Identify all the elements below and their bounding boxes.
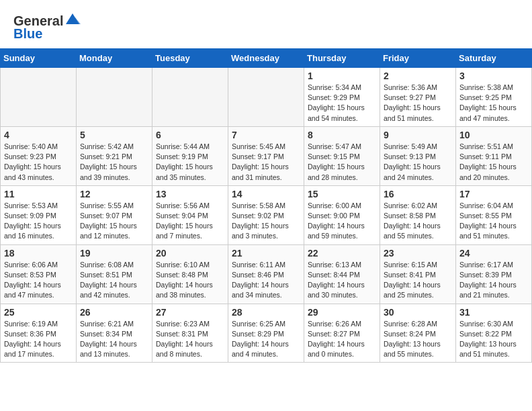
calendar-day-cell: 22Sunrise: 6:13 AM Sunset: 8:44 PM Dayli… bbox=[304, 244, 380, 304]
day-info: Sunrise: 5:51 AM Sunset: 9:11 PM Dayligh… bbox=[459, 142, 528, 183]
calendar-day-cell: 2Sunrise: 5:36 AM Sunset: 9:27 PM Daylig… bbox=[380, 68, 456, 127]
day-info: Sunrise: 5:40 AM Sunset: 9:23 PM Dayligh… bbox=[4, 142, 73, 183]
calendar-day-cell: 23Sunrise: 6:15 AM Sunset: 8:41 PM Dayli… bbox=[380, 244, 456, 304]
day-info: Sunrise: 5:58 AM Sunset: 9:02 PM Dayligh… bbox=[232, 201, 300, 242]
calendar-day-cell: 29Sunrise: 6:26 AM Sunset: 8:27 PM Dayli… bbox=[304, 304, 380, 363]
calendar-day-header: Wednesday bbox=[228, 49, 304, 68]
day-number: 13 bbox=[156, 189, 224, 199]
calendar-week-row: 25Sunrise: 6:19 AM Sunset: 8:36 PM Dayli… bbox=[1, 304, 532, 363]
calendar-day-cell: 13Sunrise: 5:56 AM Sunset: 9:04 PM Dayli… bbox=[152, 185, 228, 244]
calendar-day-cell: 11Sunrise: 5:53 AM Sunset: 9:09 PM Dayli… bbox=[1, 185, 77, 244]
day-info: Sunrise: 6:02 AM Sunset: 8:58 PM Dayligh… bbox=[384, 201, 452, 242]
day-number: 8 bbox=[308, 130, 376, 140]
day-info: Sunrise: 6:10 AM Sunset: 8:48 PM Dayligh… bbox=[156, 260, 224, 301]
logo-icon bbox=[63, 12, 82, 26]
day-info: Sunrise: 6:30 AM Sunset: 8:22 PM Dayligh… bbox=[459, 319, 528, 360]
day-number: 15 bbox=[308, 189, 376, 199]
calendar-day-cell: 31Sunrise: 6:30 AM Sunset: 8:22 PM Dayli… bbox=[456, 304, 532, 363]
calendar-day-cell bbox=[228, 68, 304, 127]
day-number: 26 bbox=[80, 307, 148, 318]
day-info: Sunrise: 6:11 AM Sunset: 8:46 PM Dayligh… bbox=[232, 260, 300, 301]
calendar-day-cell: 8Sunrise: 5:47 AM Sunset: 9:15 PM Daylig… bbox=[304, 126, 380, 185]
calendar-day-cell: 7Sunrise: 5:45 AM Sunset: 9:17 PM Daylig… bbox=[228, 126, 304, 185]
calendar-day-cell: 16Sunrise: 6:02 AM Sunset: 8:58 PM Dayli… bbox=[380, 185, 456, 244]
calendar-day-header: Friday bbox=[380, 49, 456, 68]
day-number: 5 bbox=[80, 130, 148, 140]
day-number: 3 bbox=[459, 71, 528, 81]
day-number: 6 bbox=[156, 130, 224, 140]
day-info: Sunrise: 6:19 AM Sunset: 8:36 PM Dayligh… bbox=[4, 319, 73, 360]
calendar-day-cell: 19Sunrise: 6:08 AM Sunset: 8:51 PM Dayli… bbox=[77, 244, 152, 304]
calendar-day-cell bbox=[1, 68, 77, 127]
day-info: Sunrise: 6:04 AM Sunset: 8:55 PM Dayligh… bbox=[459, 201, 528, 242]
day-number: 31 bbox=[459, 307, 528, 318]
day-info: Sunrise: 6:21 AM Sunset: 8:34 PM Dayligh… bbox=[80, 319, 148, 360]
page-header: General Blue bbox=[0, 0, 532, 48]
day-number: 17 bbox=[459, 189, 528, 199]
day-number: 25 bbox=[4, 307, 73, 318]
calendar-day-header: Tuesday bbox=[152, 49, 228, 68]
day-number: 7 bbox=[232, 130, 300, 140]
calendar-header-row: SundayMondayTuesdayWednesdayThursdayFrid… bbox=[1, 49, 532, 68]
day-number: 28 bbox=[232, 307, 300, 318]
day-info: Sunrise: 5:44 AM Sunset: 9:19 PM Dayligh… bbox=[156, 142, 224, 183]
calendar-day-cell: 17Sunrise: 6:04 AM Sunset: 8:55 PM Dayli… bbox=[456, 185, 532, 244]
day-info: Sunrise: 6:15 AM Sunset: 8:41 PM Dayligh… bbox=[384, 260, 452, 301]
day-number: 10 bbox=[459, 130, 528, 140]
day-number: 12 bbox=[80, 189, 148, 199]
calendar-day-cell: 26Sunrise: 6:21 AM Sunset: 8:34 PM Dayli… bbox=[77, 304, 152, 363]
day-number: 21 bbox=[232, 248, 300, 259]
calendar-day-header: Saturday bbox=[456, 49, 532, 68]
day-number: 19 bbox=[80, 248, 148, 259]
day-number: 9 bbox=[384, 130, 452, 140]
day-info: Sunrise: 5:55 AM Sunset: 9:07 PM Dayligh… bbox=[80, 201, 148, 242]
calendar-day-cell: 3Sunrise: 5:38 AM Sunset: 9:25 PM Daylig… bbox=[456, 68, 532, 127]
day-info: Sunrise: 6:26 AM Sunset: 8:27 PM Dayligh… bbox=[308, 319, 376, 360]
calendar-day-cell: 24Sunrise: 6:17 AM Sunset: 8:39 PM Dayli… bbox=[456, 244, 532, 304]
calendar-day-cell: 30Sunrise: 6:28 AM Sunset: 8:24 PM Dayli… bbox=[380, 304, 456, 363]
calendar-day-cell: 12Sunrise: 5:55 AM Sunset: 9:07 PM Dayli… bbox=[77, 185, 152, 244]
calendar-day-cell: 15Sunrise: 6:00 AM Sunset: 9:00 PM Dayli… bbox=[304, 185, 380, 244]
calendar-day-cell: 28Sunrise: 6:25 AM Sunset: 8:29 PM Dayli… bbox=[228, 304, 304, 363]
day-info: Sunrise: 5:47 AM Sunset: 9:15 PM Dayligh… bbox=[308, 142, 376, 183]
day-number: 16 bbox=[384, 189, 452, 199]
calendar-day-cell: 18Sunrise: 6:06 AM Sunset: 8:53 PM Dayli… bbox=[1, 244, 77, 304]
calendar-day-header: Thursday bbox=[304, 49, 380, 68]
day-number: 2 bbox=[384, 71, 452, 81]
day-info: Sunrise: 6:13 AM Sunset: 8:44 PM Dayligh… bbox=[308, 260, 376, 301]
calendar-day-cell: 4Sunrise: 5:40 AM Sunset: 9:23 PM Daylig… bbox=[1, 126, 77, 185]
calendar-table: SundayMondayTuesdayWednesdayThursdayFrid… bbox=[0, 48, 532, 363]
day-number: 11 bbox=[4, 189, 73, 199]
day-number: 30 bbox=[384, 307, 452, 318]
day-info: Sunrise: 5:38 AM Sunset: 9:25 PM Dayligh… bbox=[459, 83, 528, 124]
calendar-day-cell bbox=[152, 68, 228, 127]
calendar-day-cell: 27Sunrise: 6:23 AM Sunset: 8:31 PM Dayli… bbox=[152, 304, 228, 363]
calendar-day-cell bbox=[77, 68, 152, 127]
day-info: Sunrise: 5:34 AM Sunset: 9:29 PM Dayligh… bbox=[308, 83, 376, 124]
day-number: 29 bbox=[308, 307, 376, 318]
day-info: Sunrise: 5:42 AM Sunset: 9:21 PM Dayligh… bbox=[80, 142, 148, 183]
day-info: Sunrise: 6:08 AM Sunset: 8:51 PM Dayligh… bbox=[80, 260, 148, 301]
day-info: Sunrise: 5:56 AM Sunset: 9:04 PM Dayligh… bbox=[156, 201, 224, 242]
day-info: Sunrise: 6:23 AM Sunset: 8:31 PM Dayligh… bbox=[156, 319, 224, 360]
day-info: Sunrise: 5:36 AM Sunset: 9:27 PM Dayligh… bbox=[384, 83, 452, 124]
calendar-week-row: 11Sunrise: 5:53 AM Sunset: 9:09 PM Dayli… bbox=[1, 185, 532, 244]
logo: General Blue bbox=[13, 12, 82, 42]
day-info: Sunrise: 6:17 AM Sunset: 8:39 PM Dayligh… bbox=[459, 260, 528, 301]
calendar-day-cell: 20Sunrise: 6:10 AM Sunset: 8:48 PM Dayli… bbox=[152, 244, 228, 304]
day-info: Sunrise: 6:25 AM Sunset: 8:29 PM Dayligh… bbox=[232, 319, 300, 360]
day-number: 18 bbox=[4, 248, 73, 259]
calendar-day-cell: 6Sunrise: 5:44 AM Sunset: 9:19 PM Daylig… bbox=[152, 126, 228, 185]
calendar-day-header: Monday bbox=[77, 49, 152, 68]
day-number: 27 bbox=[156, 307, 224, 318]
logo-blue-text: Blue bbox=[13, 26, 42, 41]
calendar-day-cell: 14Sunrise: 5:58 AM Sunset: 9:02 PM Dayli… bbox=[228, 185, 304, 244]
day-number: 14 bbox=[232, 189, 300, 199]
day-number: 24 bbox=[459, 248, 528, 259]
calendar-week-row: 4Sunrise: 5:40 AM Sunset: 9:23 PM Daylig… bbox=[1, 126, 532, 185]
day-info: Sunrise: 5:45 AM Sunset: 9:17 PM Dayligh… bbox=[232, 142, 300, 183]
calendar-day-cell: 9Sunrise: 5:49 AM Sunset: 9:13 PM Daylig… bbox=[380, 126, 456, 185]
day-number: 22 bbox=[308, 248, 376, 259]
day-info: Sunrise: 5:53 AM Sunset: 9:09 PM Dayligh… bbox=[4, 201, 73, 242]
calendar-day-cell: 5Sunrise: 5:42 AM Sunset: 9:21 PM Daylig… bbox=[77, 126, 152, 185]
